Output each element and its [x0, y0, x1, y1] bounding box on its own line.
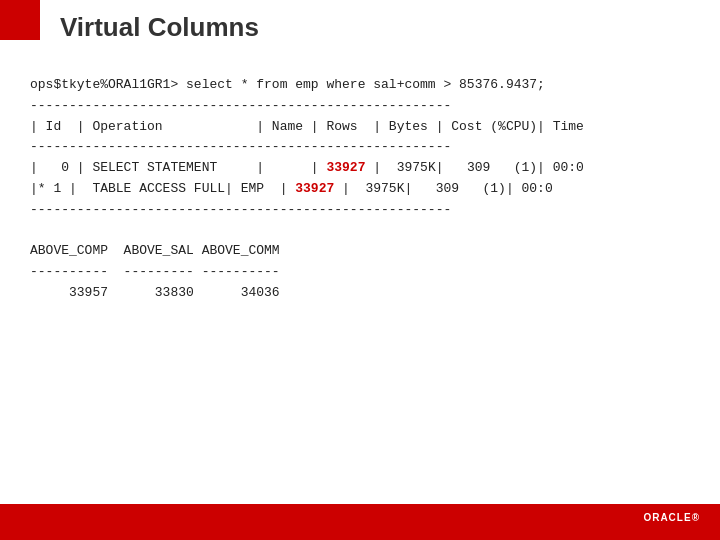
title-area: Virtual Columns: [0, 0, 720, 55]
trademark-symbol: ®: [692, 512, 700, 523]
separator-1: ----------------------------------------…: [30, 96, 690, 117]
column-header: | Id | Operation | Name | Rows | Bytes |…: [30, 117, 690, 138]
row1: | 0 | SELECT STATEMENT | | 33927 | 3975K…: [30, 158, 690, 179]
row2: |* 1 | TABLE ACCESS FULL| EMP | 33927 | …: [30, 179, 690, 200]
footer-bar: ORACLE®: [0, 504, 720, 540]
accent-bar: [0, 0, 40, 40]
row2-rows: 33927: [295, 181, 334, 196]
oracle-logo: ORACLE®: [643, 512, 700, 531]
page-title: Virtual Columns: [60, 12, 700, 43]
separator-2: ----------------------------------------…: [30, 137, 690, 158]
col-values: 33957 33830 34036: [30, 283, 690, 304]
prompt-line: ops$tkyte%ORAl1GR1> select * from emp wh…: [30, 75, 690, 96]
separator-3: ----------------------------------------…: [30, 200, 690, 221]
row1-rows: 33927: [326, 160, 365, 175]
blank-line: [30, 221, 690, 242]
col-separators: ---------- --------- ----------: [30, 262, 690, 283]
col-headers: ABOVE_COMP ABOVE_SAL ABOVE_COMM: [30, 241, 690, 262]
content-area: ops$tkyte%ORAl1GR1> select * from emp wh…: [0, 55, 720, 324]
oracle-logo-text: ORACLE: [643, 512, 691, 523]
